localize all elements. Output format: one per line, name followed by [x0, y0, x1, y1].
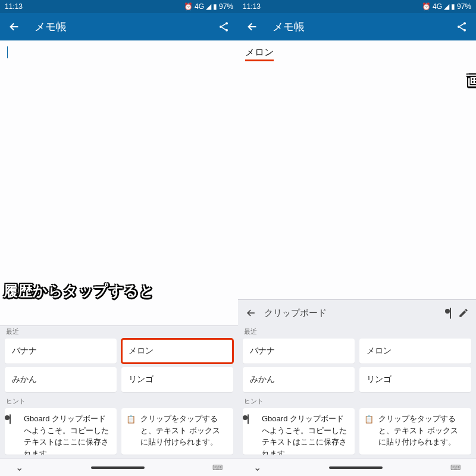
- alarm-icon: ⏰: [422, 2, 431, 11]
- clipboard-toggle[interactable]: [450, 308, 451, 318]
- app-title: メモ帳: [35, 20, 203, 34]
- status-battery: 97%: [219, 2, 233, 11]
- hint-card[interactable]: Gboard クリップボードへようこそ。コピーしたテキストはここに保存されます。: [243, 408, 355, 455]
- hint-card[interactable]: 📋 クリップをタップすると、テキスト ボックスに貼り付けられます。: [121, 408, 233, 455]
- hint-text: Gboard クリップボードへようこそ。コピーしたテキストはここに保存されます。: [262, 413, 349, 450]
- clipboard-icon: 📋: [364, 414, 375, 450]
- nav-handle[interactable]: [329, 466, 383, 469]
- keyboard-icon[interactable]: ⌨: [212, 464, 223, 472]
- text-editor[interactable]: メロン: [238, 40, 476, 299]
- clipboard-header: クリップボード: [238, 300, 476, 326]
- back-button[interactable]: [244, 18, 261, 35]
- app-bar: メモ帳: [238, 13, 476, 40]
- clip-item-highlighted[interactable]: メロン: [121, 339, 233, 364]
- chevron-down-icon[interactable]: ⌄: [253, 462, 261, 473]
- battery-icon: ▮: [451, 2, 455, 11]
- nav-handle[interactable]: [91, 466, 145, 469]
- status-time: 11:13: [243, 2, 261, 11]
- alarm-icon: ⏰: [184, 2, 193, 11]
- back-button[interactable]: [6, 18, 23, 35]
- keyboard-icon[interactable]: ⌨: [450, 464, 461, 472]
- chevron-down-icon[interactable]: ⌄: [15, 462, 23, 473]
- section-recent-label: 最近: [238, 326, 476, 339]
- clip-item[interactable]: リンゴ: [121, 367, 233, 392]
- clip-item[interactable]: みかん: [243, 367, 355, 392]
- text-cursor: [7, 46, 8, 58]
- section-hint-label: ヒント: [238, 396, 476, 408]
- clipboard-edit-button[interactable]: [458, 308, 469, 318]
- share-button[interactable]: [453, 18, 470, 35]
- signal-icon: ◢: [206, 2, 211, 11]
- clip-item[interactable]: みかん: [5, 367, 117, 392]
- app-title: メモ帳: [273, 20, 441, 34]
- clipboard-back-button[interactable]: [245, 307, 257, 319]
- hint-text: クリップをタップすると、テキスト ボックスに貼り付けられます。: [140, 413, 227, 450]
- hint-card[interactable]: 📋 クリップをタップすると、テキスト ボックスに貼り付けられます。: [359, 408, 471, 455]
- section-recent-label: 最近: [0, 326, 238, 339]
- hint-text: Gboard クリップボードへようこそ。コピーしたテキストはここに保存されます。: [24, 413, 111, 450]
- signal-icon: ◢: [444, 2, 449, 11]
- clip-item[interactable]: リンゴ: [359, 367, 471, 392]
- status-bar: 11:13 ⏰ 4G ◢ ▮ 97%: [0, 0, 238, 13]
- clipboard-icon: 📋: [126, 414, 137, 450]
- clipboard-panel: 最近 バナナ メロン みかん リンゴ ヒント Gboard クリップボードへよう…: [0, 325, 238, 458]
- clipboard-title: クリップボード: [264, 308, 327, 319]
- clip-item[interactable]: バナナ: [5, 339, 117, 364]
- clipboard-panel: クリップボード 最近 バナナ メロン みかん リンゴ ヒント Gboard: [238, 299, 476, 458]
- toggle-icon: [248, 414, 258, 450]
- toggle-icon: [10, 414, 20, 450]
- status-time: 11:13: [5, 2, 23, 11]
- pane-left: 11:13 ⏰ 4G ◢ ▮ 97% メモ帳 履歴からタップすると 最近: [0, 0, 238, 476]
- section-hint-label: ヒント: [0, 396, 238, 408]
- nav-bar: ⌄ ⌨: [238, 458, 476, 476]
- app-bar: メモ帳: [0, 13, 238, 40]
- editor-pasted-text: メロン: [245, 46, 274, 61]
- share-button[interactable]: [215, 18, 232, 35]
- nav-bar: ⌄ ⌨: [0, 458, 238, 476]
- battery-icon: ▮: [213, 2, 217, 11]
- clip-item[interactable]: メロン: [359, 339, 471, 364]
- status-network: 4G: [195, 2, 204, 11]
- hint-text: クリップをタップすると、テキスト ボックスに貼り付けられます。: [378, 413, 465, 450]
- pane-right: 11:13 ⏰ 4G ◢ ▮ 97% メモ帳 メロン 画面に貼り付けされる: [238, 0, 476, 476]
- status-battery: 97%: [457, 2, 471, 11]
- annotation-pasted: 画面に貼り付けされる: [467, 73, 476, 90]
- annotation-tap-history: 履歴からタップすると: [4, 283, 154, 300]
- status-network: 4G: [433, 2, 442, 11]
- clip-item[interactable]: バナナ: [243, 339, 355, 364]
- status-bar: 11:13 ⏰ 4G ◢ ▮ 97%: [238, 0, 476, 13]
- hint-card[interactable]: Gboard クリップボードへようこそ。コピーしたテキストはここに保存されます。: [5, 408, 117, 455]
